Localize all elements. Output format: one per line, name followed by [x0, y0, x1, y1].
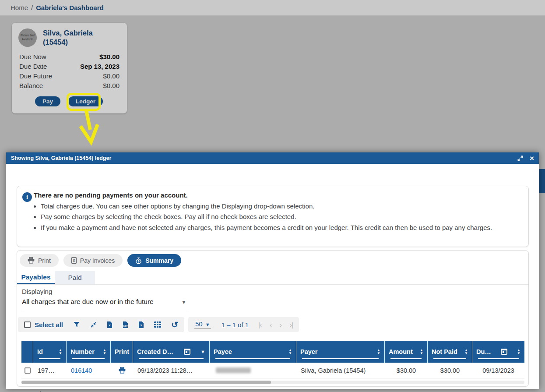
export-excel-all-icon[interactable]: x — [138, 321, 144, 328]
info-bullet: Total charges due. You can see other opt… — [41, 201, 519, 212]
tab-payables[interactable]: Payables — [17, 271, 55, 284]
header-created-date[interactable]: Created D… ▼ — [133, 341, 210, 363]
displaying-select[interactable]: All charges that are due now or in the f… — [22, 298, 188, 309]
header-number[interactable]: Number ▲▼ — [67, 341, 111, 363]
svg-text:x: x — [109, 323, 111, 327]
first-page-icon[interactable]: |‹ — [258, 321, 261, 328]
ledger-tabs: Payables Paid — [17, 271, 528, 285]
header-not-paid[interactable]: Not Paid ▲▼ — [428, 341, 472, 363]
invoice-number-link[interactable]: 016140 — [71, 367, 92, 374]
select-all-checkbox[interactable] — [24, 321, 31, 328]
invoice-icon: $ — [71, 257, 77, 264]
row-checkbox[interactable] — [25, 367, 31, 374]
redacted-payee — [216, 367, 251, 373]
row-printer-icon[interactable] — [119, 367, 126, 374]
calendar-icon[interactable] — [184, 349, 190, 355]
cell-id: 197… — [33, 363, 67, 378]
reset-icon[interactable]: ↺ — [171, 321, 178, 329]
displaying-label: Displaying — [22, 288, 52, 295]
summary-button[interactable]: $ Summary — [127, 254, 181, 267]
chevron-down-icon[interactable]: ▼ — [200, 349, 205, 354]
grid-tools-group: Select all x — [18, 317, 184, 332]
info-panel: i There are no pending payments on your … — [17, 186, 529, 247]
info-icon: i — [22, 192, 32, 202]
prev-page-icon[interactable]: ‹ — [270, 321, 271, 328]
header-due-date[interactable]: Du… ▲▼ — [472, 341, 524, 363]
svg-text:x: x — [140, 323, 142, 327]
horizontal-scrollbar[interactable] — [21, 381, 524, 384]
sort-icon[interactable]: ▲▼ — [288, 349, 292, 355]
pay-invoices-button[interactable]: $ Pay Invoices — [63, 254, 123, 267]
header-print: Print — [111, 341, 133, 363]
cell-not-paid: $30.00 — [428, 363, 472, 378]
cell-payer: Silva, Gabriela (15454) — [296, 363, 385, 378]
scrollbar-thumb[interactable] — [21, 381, 271, 384]
ledger-panel: Print $ Pay Invoices — [17, 250, 529, 387]
modal-titlebar: Showing Silva, Gabriela (15454) ledger × — [6, 152, 539, 164]
expand-icon[interactable] — [517, 155, 523, 161]
printer-icon — [28, 257, 35, 264]
svg-text:CSV: CSV — [123, 325, 128, 327]
print-button[interactable]: Print — [20, 254, 59, 267]
sort-icon[interactable]: ▲▼ — [103, 349, 106, 355]
cell-created-date: 09/13/2023 11:28… — [133, 363, 210, 378]
cell-amount: $30.00 — [385, 363, 428, 378]
select-all-label: Select all — [35, 321, 63, 328]
calendar-icon[interactable] — [501, 349, 507, 355]
pagination-range: 1 – 1 of 1 — [222, 321, 249, 328]
table-row: 197… 016140 09/13/2023 11:28… — [21, 363, 524, 378]
sort-icon[interactable]: ▲▼ — [59, 349, 62, 355]
header-checkbox-column — [21, 341, 33, 363]
export-excel-icon[interactable]: x — [107, 321, 113, 328]
chevron-down-icon: ▼ — [205, 322, 210, 327]
ledger-highlight-box — [67, 93, 101, 111]
ledger-arrow-annotation — [66, 109, 114, 147]
header-id[interactable]: Id ▲▼ — [33, 341, 67, 363]
column-chooser-icon[interactable] — [154, 321, 161, 328]
table-header: Id ▲▼ Number ▲▼ Print Created D… — [21, 341, 524, 363]
chevron-down-icon: ▼ — [181, 299, 186, 305]
info-heading: There are no pending payments on your ac… — [34, 191, 519, 199]
close-icon[interactable]: × — [530, 155, 534, 162]
ledger-table: Id ▲▼ Number ▲▼ Print Created D… — [21, 341, 524, 384]
collapse-columns-icon[interactable] — [90, 321, 97, 328]
header-payer[interactable]: Payer ▲▼ — [296, 341, 385, 363]
modal-title: Showing Silva, Gabriela (15454) ledger — [11, 155, 111, 161]
pagination-group: 50▼ 1 – 1 of 1 |‹ ‹ › ›| — [188, 317, 299, 332]
cell-due-date: 09/13/2023 — [472, 363, 524, 378]
header-amount[interactable]: Amount ▲▼ — [385, 341, 428, 363]
export-csv-icon[interactable]: CSV — [123, 321, 128, 328]
sort-icon[interactable]: ▲▼ — [420, 349, 423, 355]
cell-payee — [210, 363, 296, 378]
filter-icon[interactable] — [73, 321, 80, 328]
header-payee[interactable]: Payee ▲▼ — [210, 341, 296, 363]
svg-text:$: $ — [73, 258, 75, 263]
page-size-select[interactable]: 50▼ — [194, 320, 211, 329]
tab-paid[interactable]: Paid — [55, 271, 95, 284]
svg-text:$: $ — [138, 260, 140, 263]
next-page-icon[interactable]: › — [280, 321, 281, 328]
ledger-modal: Showing Silva, Gabriela (15454) ledger ×… — [6, 152, 539, 389]
sort-icon[interactable]: ▲▼ — [464, 349, 468, 355]
sort-icon[interactable]: ▲▼ — [377, 349, 380, 355]
info-bullet: If you make a payment and have not selec… — [41, 222, 519, 233]
info-bullet: Pay some charges by selecting the check … — [41, 212, 519, 222]
records-count: Records: 1 — [18, 390, 53, 392]
sort-icon[interactable]: ▲▼ — [517, 349, 520, 355]
last-page-icon[interactable]: ›| — [290, 321, 293, 328]
money-bag-icon: $ — [135, 257, 142, 264]
